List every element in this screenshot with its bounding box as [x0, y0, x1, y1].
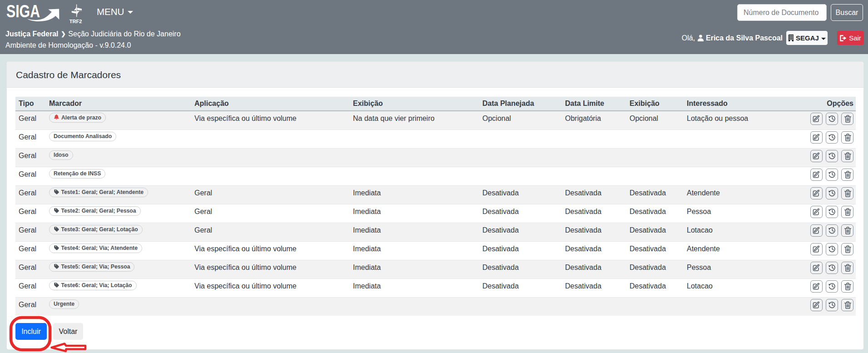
svg-text:SIGA: SIGA: [6, 2, 40, 21]
